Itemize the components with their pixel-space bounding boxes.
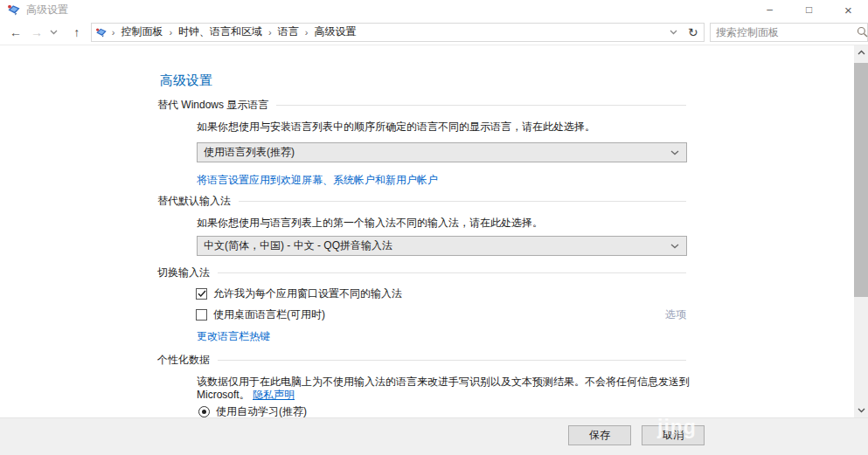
back-button[interactable]: ← (5, 25, 26, 39)
search-box (710, 23, 868, 42)
forward-button[interactable]: → (26, 25, 47, 39)
chevron-down-icon (670, 244, 679, 249)
apply-language-settings-link[interactable]: 将语言设置应用到欢迎屏幕、系统帐户和新用户帐户 (197, 173, 438, 188)
footer-bar (0, 417, 868, 455)
checkmark-icon (198, 290, 206, 298)
scroll-down-icon[interactable] (854, 403, 868, 417)
breadcrumb-item-language[interactable]: 语言 (276, 24, 301, 39)
window-title: 高级设置 (26, 3, 68, 17)
vertical-scrollbar[interactable] (854, 45, 868, 417)
radio-selected[interactable] (198, 406, 210, 417)
dropdown-value: 使用语言列表(推荐) (204, 145, 670, 160)
desktop-language-bar-checkbox-row[interactable]: 使用桌面语言栏(可用时) (196, 307, 325, 322)
per-app-input-checkbox-row[interactable]: 允许我为每个应用窗口设置不同的输入法 (196, 286, 402, 301)
search-icon[interactable] (857, 26, 868, 38)
recent-pages-dropdown-icon[interactable] (47, 30, 61, 35)
up-button[interactable]: ↑ (66, 25, 87, 39)
checkbox-label: 允许我为每个应用窗口设置不同的输入法 (213, 286, 402, 301)
language-bar-options-link[interactable]: 选项 (665, 307, 686, 322)
page-title: 高级设置 (160, 72, 212, 89)
section-divider (276, 105, 686, 106)
section-title: 替代 Windows 显示语言 (157, 98, 268, 113)
address-dropdown-icon[interactable] (665, 30, 683, 35)
breadcrumb-item-advanced-settings[interactable]: 高级设置 (312, 24, 358, 39)
breadcrumb-app-icon (95, 26, 108, 38)
display-language-description: 如果你想使用与安装语言列表中的顺序所确定的语言不同的显示语言，请在此处选择。 (197, 120, 699, 134)
default-input-method-dropdown[interactable]: 中文(简体，中国) - 中文 - QQ拼音输入法 (197, 236, 687, 256)
section-title: 个性化数据 (157, 353, 210, 368)
display-language-dropdown[interactable]: 使用语言列表(推荐) (197, 142, 687, 162)
breadcrumb-separator: › (108, 27, 120, 38)
change-language-bar-hotkeys-link[interactable]: 更改语言栏热键 (197, 329, 270, 344)
minimize-button[interactable]: – (750, 0, 789, 19)
section-switch-input-method: 切换输入法 (157, 265, 686, 280)
chevron-down-icon (670, 150, 679, 155)
section-divider (218, 272, 686, 273)
address-bar[interactable]: › 控制面板 › 时钟、语言和区域 › 语言 › 高级设置 ↻ (91, 23, 705, 42)
default-input-description: 如果你想使用与语言列表上的第一个输入法不同的输入法，请在此处选择。 (197, 216, 699, 231)
title-bar: 高级设置 – □ × (0, 0, 868, 19)
breadcrumb-item-clock-language-region[interactable]: 时钟、语言和区域 (177, 24, 264, 39)
breadcrumb-separator: › (164, 27, 177, 38)
scrollbar-thumb[interactable] (854, 63, 868, 297)
privacy-statement-link[interactable]: 隐私声明 (253, 389, 295, 401)
section-display-language: 替代 Windows 显示语言 (157, 98, 686, 113)
maximize-button[interactable]: □ (789, 0, 829, 19)
breadcrumb-separator: › (264, 27, 276, 38)
breadcrumb-separator: › (301, 27, 313, 38)
description-text: Microsoft。 (197, 389, 250, 401)
refresh-button[interactable]: ↻ (683, 25, 704, 39)
radio-dot (202, 410, 206, 414)
dropdown-value: 中文(简体，中国) - 中文 - QQ拼音输入法 (204, 238, 670, 253)
close-button[interactable]: × (829, 0, 868, 19)
checkbox-label: 使用桌面语言栏(可用时) (213, 307, 325, 322)
checkbox-unchecked[interactable] (196, 309, 207, 321)
scroll-up-icon[interactable] (854, 45, 868, 59)
section-divider (218, 360, 686, 361)
breadcrumb-item-control-panel[interactable]: 控制面板 (119, 24, 164, 39)
section-title: 替代默认输入法 (157, 194, 231, 209)
navigation-bar: ← → ↑ › 控制面板 › 时钟、语言和区域 › 语言 › 高级设置 ↻ (0, 19, 868, 45)
app-icon (7, 3, 21, 17)
section-personalization-data: 个性化数据 (157, 353, 686, 368)
section-title: 切换输入法 (157, 265, 210, 280)
section-default-input-method: 替代默认输入法 (157, 194, 686, 209)
search-input[interactable] (711, 26, 857, 38)
personalization-description-line2: Microsoft。 隐私声明 (197, 388, 295, 403)
section-divider (239, 201, 686, 202)
save-button[interactable]: 保存 (568, 425, 631, 445)
cancel-button[interactable]: 取消 (642, 425, 705, 445)
checkbox-checked[interactable] (196, 288, 207, 300)
